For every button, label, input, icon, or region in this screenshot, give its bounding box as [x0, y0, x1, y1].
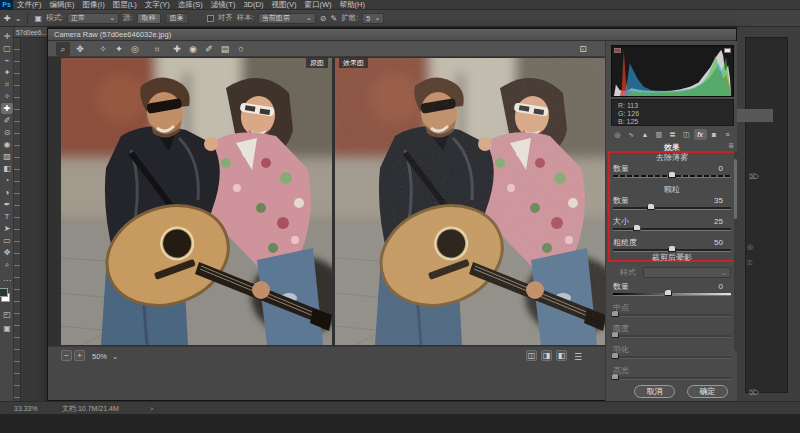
menu-filter[interactable]: 滤镜(T) [207, 0, 240, 10]
aligned-checkbox[interactable] [207, 15, 214, 22]
tool-preset-icon[interactable]: ✚ [4, 14, 11, 23]
vignette-roundness-slider [613, 335, 731, 338]
highlight-clipping-indicator[interactable] [724, 48, 731, 53]
ok-button[interactable]: 确定 [687, 385, 728, 398]
source-sampled-button[interactable]: 取样 [137, 13, 161, 24]
menu-type[interactable]: 文字(Y) [141, 0, 174, 10]
graduated-filter-tool[interactable]: ▤ [218, 42, 232, 56]
pen-tool[interactable]: ✒ [1, 199, 13, 210]
red-eye-removal-tool[interactable]: ◉ [186, 42, 200, 56]
color-sampler-tool[interactable]: ✦ [112, 42, 126, 56]
spot-healing-brush-tool[interactable]: ✚ [1, 103, 13, 114]
menu-help[interactable]: 帮助(H) [336, 0, 369, 10]
after-image[interactable]: 效果图 [335, 58, 606, 345]
swap-before-after-button[interactable]: ◨ [541, 350, 552, 361]
brush-panel-icon[interactable]: ▣ [34, 14, 42, 23]
hand-tool[interactable]: ✥ [73, 42, 87, 56]
sample-dropdown[interactable]: 当前图层⌄ [258, 13, 316, 24]
quick-mask-icon[interactable]: ◰ [1, 309, 13, 320]
clone-stamp-tool[interactable]: ⊙ [1, 127, 13, 138]
tab-hsl[interactable]: ▥ [652, 129, 665, 140]
spot-removal-tool[interactable]: ✚ [170, 42, 184, 56]
histogram[interactable] [611, 45, 734, 97]
edit-toolbar-icon[interactable]: ⋯ [1, 275, 13, 286]
before-image[interactable]: 原图 [61, 58, 332, 345]
dodge-tool[interactable]: ◑ [1, 187, 13, 198]
menu-image[interactable]: 图像(I) [79, 0, 109, 10]
menu-layer[interactable]: 图层(L) [109, 0, 141, 10]
shadow-clipping-indicator[interactable] [614, 48, 621, 53]
tab-detail[interactable]: ▲ [639, 129, 652, 140]
brush-tool[interactable]: ✐ [1, 115, 13, 126]
dehaze-amount-slider[interactable] [613, 175, 731, 178]
shape-tool[interactable]: ▭ [1, 235, 13, 246]
chevron-down-icon[interactable]: ⌄ [112, 352, 118, 361]
crop-tool[interactable]: ⌗ [150, 42, 164, 56]
foreground-color-swatch[interactable] [0, 288, 8, 297]
source-pattern-button[interactable]: 图案 [165, 13, 189, 24]
menu-3d[interactable]: 3D(D) [239, 0, 267, 10]
status-arrow-icon[interactable]: ＞ [148, 405, 155, 412]
view-menu-icon[interactable]: ☰ [574, 352, 582, 362]
tab-basic[interactable]: ◎ [611, 129, 624, 140]
document-tab[interactable]: 57d0ee6... [14, 27, 47, 38]
menu-select[interactable]: 选择(S) [174, 0, 207, 10]
adjustment-brush-tool[interactable]: ✐ [202, 42, 216, 56]
history-brush-tool[interactable]: ◉ [1, 139, 13, 150]
blur-tool[interactable]: ◔ [1, 175, 13, 186]
lock-icon[interactable]: ⚿ [747, 259, 752, 266]
before-after-view-button[interactable]: ◫ [526, 350, 537, 361]
menu-window[interactable]: 窗口(W) [300, 0, 335, 10]
grain-amount-slider[interactable] [613, 207, 731, 210]
radial-filter-tool[interactable]: ○ [234, 42, 248, 56]
menu-file[interactable]: 文件(F) [13, 0, 46, 10]
zoom-percentage-field[interactable]: 33.33% [14, 405, 38, 412]
ignore-adjustment-layers-icon[interactable]: ⊘ [320, 14, 327, 23]
lasso-tool[interactable]: ⌁ [1, 55, 13, 66]
zoom-tool[interactable]: ⌕ [56, 42, 70, 56]
tab-camera-calibration[interactable]: ◙ [707, 129, 720, 140]
grain-size-slider[interactable] [613, 228, 731, 231]
tab-lens-corrections[interactable]: ◫ [680, 129, 693, 140]
targeted-adjustment-tool[interactable]: ◎ [128, 42, 142, 56]
hand-tool[interactable]: ✥ [1, 247, 13, 258]
zoom-tool[interactable]: ⌕ [1, 259, 13, 270]
grain-roughness-slider[interactable] [613, 249, 731, 252]
blend-mode-icon[interactable]: ◎ [747, 243, 753, 250]
gradient-tool[interactable]: ◧ [1, 163, 13, 174]
path-selection-tool[interactable]: ➤ [1, 223, 13, 234]
crop-tool[interactable]: ⌗ [1, 79, 13, 90]
copy-settings-button[interactable]: ◧ [556, 350, 567, 361]
trash-icon[interactable]: ⌦ [749, 173, 759, 180]
chevron-down-icon[interactable]: ⌄ [15, 14, 22, 23]
zoom-in-button[interactable]: + [74, 350, 85, 361]
zoom-out-button[interactable]: − [61, 350, 72, 361]
eraser-tool[interactable]: ▨ [1, 151, 13, 162]
panel-menu-icon[interactable]: ≣ [728, 142, 734, 150]
tab-tone-curve[interactable]: ∿ [625, 129, 638, 140]
tab-presets[interactable]: ≡ [721, 129, 734, 140]
fullscreen-icon[interactable]: ⊡ [576, 42, 590, 56]
vignette-style-dropdown[interactable]: ⌄ [643, 267, 731, 278]
tab-split-toning[interactable]: 〓 [666, 129, 679, 140]
diffusion-dropdown[interactable]: 5⌄ [362, 13, 384, 24]
zoom-level-dropdown[interactable]: 50% [92, 352, 107, 361]
marquee-tool[interactable]: ▢ [1, 43, 13, 54]
white-balance-tool[interactable]: ✧ [96, 42, 110, 56]
pressure-size-icon[interactable]: ✎ [330, 14, 337, 23]
vignette-amount-slider[interactable] [613, 293, 731, 296]
quick-selection-tool[interactable]: ✦ [1, 67, 13, 78]
screen-mode-icon[interactable]: ▣ [1, 323, 13, 334]
tab-effects[interactable]: fx [694, 129, 707, 140]
move-tool[interactable]: ✛ [1, 31, 13, 42]
menu-view[interactable]: 视图(V) [267, 0, 300, 10]
camera-raw-toolbar: ⌕ ✥ ✧ ✦ ◎ ⌗ ✚ ◉ ✐ ▤ ○ ⊡ [48, 41, 605, 57]
dialog-title[interactable]: Camera Raw (57d0ee646032e.jpg) [48, 29, 736, 41]
vignette-amount-value: 0 [719, 283, 723, 291]
cancel-button[interactable]: 取消 [634, 385, 675, 398]
trash-icon[interactable]: ⌦ [749, 389, 759, 396]
menu-edit[interactable]: 编辑(E) [46, 0, 79, 10]
eyedropper-tool[interactable]: ✧ [1, 91, 13, 102]
type-tool[interactable]: T [1, 211, 13, 222]
mode-dropdown[interactable]: 正常⌄ [67, 13, 119, 24]
